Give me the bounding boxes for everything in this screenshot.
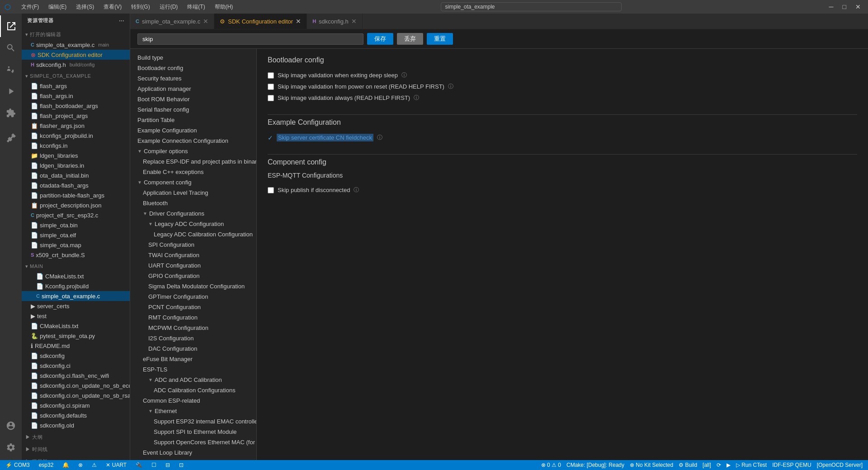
status-no-kit[interactable]: ⊗ No Kit Selected [628, 462, 675, 468]
sidebar-item-flasher-args[interactable]: 📋flasher_args.json [22, 121, 130, 131]
close-button[interactable]: ✕ [853, 2, 863, 11]
title-search-input[interactable] [441, 2, 622, 11]
menu-goto[interactable]: 转到(G) [127, 2, 153, 12]
status-all[interactable]: [all] [701, 462, 713, 468]
sidebar-item-flash-args[interactable]: 📄flash_args [22, 81, 130, 91]
sidebar-item-project-elf[interactable]: Cproject_elf_src_esp32.c [22, 210, 130, 220]
skip-always-label[interactable]: Skip image validation always (READ HELP … [278, 94, 410, 101]
menu-terminal[interactable]: 终端(T) [184, 2, 208, 12]
nav-enable-cpp[interactable]: Enable C++ exceptions [130, 167, 256, 177]
skip-deep-sleep-info-icon[interactable]: ⓘ [401, 71, 407, 79]
nav-emac[interactable]: Support ESP32 internal EMAC controller [130, 416, 256, 427]
nav-mcpwm[interactable]: MCPWM Configuration [130, 323, 256, 333]
status-idf-esp[interactable]: IDF-ESP QEMU [770, 462, 813, 468]
sidebar-item-x509[interactable]: Sx509_crt_bundle.S [22, 250, 130, 260]
discard-button[interactable]: 丢弃 [397, 33, 423, 45]
sidebar-item-sdkconfig-ci-rsa[interactable]: 📄sdkconfig.ci.on_update_no_sb_rsa [22, 390, 130, 400]
sdk-search-input[interactable] [137, 33, 363, 45]
maximize-button[interactable]: □ [840, 2, 849, 11]
skip-deep-sleep-checkbox[interactable] [268, 72, 274, 79]
nav-boot-rom[interactable]: Boot ROM Behavior [130, 94, 256, 104]
sidebar-item-ldgen-libraries[interactable]: 📁ldgen_libraries [22, 150, 130, 160]
nav-efuse[interactable]: eFuse Bit Manager [130, 354, 256, 364]
sidebar-item-sdkconfig-ci[interactable]: 📄sdkconfig.ci [22, 361, 130, 371]
sidebar-item-flash-project[interactable]: 📄flash_project_args [22, 111, 130, 121]
minimize-button[interactable]: ─ [826, 2, 836, 11]
activity-settings[interactable] [0, 437, 22, 458]
status-warning[interactable]: ⚠ [90, 460, 99, 470]
skip-deep-sleep-label[interactable]: Skip image validation when exiting deep … [278, 72, 398, 79]
skip-cn-label[interactable]: Skip server certificate CN fieldcheck [277, 134, 373, 141]
nav-legacy-adc[interactable]: ▼Legacy ADC Configuration [130, 219, 256, 229]
sidebar-item-cmakelists-root[interactable]: 📄CMakeLists.txt [22, 321, 130, 331]
tab-close-icon[interactable]: ✕ [203, 18, 208, 25]
sidebar-item-main-c[interactable]: Csimple_ota_example.c [22, 291, 130, 301]
nav-replace-paths[interactable]: Replace ESP-IDF and project paths in bin… [130, 156, 256, 167]
nav-spi-config[interactable]: SPI Configuration [130, 240, 256, 250]
menu-help[interactable]: 帮助(H) [211, 2, 237, 12]
nav-i2s[interactable]: I2S Configuration [130, 333, 256, 343]
status-cmake[interactable]: CMake: [Debug]: Ready [565, 462, 626, 468]
menu-file[interactable]: 文件(F) [18, 2, 42, 12]
nav-example-config[interactable]: Example Configuration [130, 125, 256, 136]
nav-common-esp[interactable]: Common ESP-related [130, 395, 256, 406]
nav-ethernet[interactable]: ▼Ethernet [130, 406, 256, 416]
status-esp32[interactable]: esp32 [37, 460, 56, 470]
nav-driver-configs[interactable]: ▼Driver Configurations [130, 208, 256, 219]
sidebar-item-sdkconfig-old[interactable]: 📄sdkconfig.old [22, 420, 130, 430]
status-box3[interactable]: ⊡ [177, 460, 185, 470]
nav-app-manager[interactable]: Application manager [130, 84, 256, 94]
status-box2[interactable]: ⊟ [164, 460, 172, 470]
sidebar-item-readme[interactable]: ℹREADME.md [22, 341, 130, 351]
reset-button[interactable]: 重置 [427, 33, 453, 45]
activity-accounts[interactable] [0, 415, 22, 437]
sidebar-item-test[interactable]: ▶test [22, 311, 130, 321]
status-build[interactable]: ⚙ Build [677, 462, 699, 468]
nav-adc-calib[interactable]: ▼ADC and ADC Calibration [130, 375, 256, 385]
nav-bluetooth[interactable]: Bluetooth [130, 198, 256, 208]
menu-view[interactable]: 查看(V) [100, 2, 125, 12]
sidebar-item-flash-bootloader[interactable]: 📄flash_bootloader_args [22, 101, 130, 111]
sidebar-item-sdkconfig-ci-ecdsa[interactable]: 📄sdkconfig.ci.on_update_no_sb_ecdsa [22, 381, 130, 390]
tab-sdk-config[interactable]: ⚙ SDK Configuration editor ✕ [214, 14, 307, 29]
nav-uart-config[interactable]: UART Configuration [130, 260, 256, 271]
sidebar-item-ota-data[interactable]: 📄ota_data_initial.bin [22, 170, 130, 180]
sidebar-item-ota-example-c[interactable]: C simple_ota_example.c main [22, 40, 130, 50]
activity-search[interactable] [0, 37, 22, 59]
activity-run[interactable] [0, 80, 22, 102]
nav-sigma-delta[interactable]: Sigma Delta Modulator Configuration [130, 281, 256, 291]
status-play[interactable]: ▶ [725, 462, 732, 468]
nav-serial-flasher[interactable]: Serial flasher config [130, 104, 256, 115]
status-error[interactable]: ⊗ [76, 460, 85, 470]
nav-app-tracing[interactable]: Application Level Tracing [130, 188, 256, 198]
save-button[interactable]: 保存 [367, 33, 393, 45]
tab-sdkconfig-h[interactable]: H sdkconfig.h ✕ [307, 14, 363, 29]
status-bell[interactable]: 🔔 [61, 460, 71, 470]
sidebar-item-sdkconfig-spiram[interactable]: 📄sdkconfig.ci.spiram [22, 400, 130, 410]
status-plug[interactable]: 🔌 [134, 460, 144, 470]
sidebar-item-flash-args-in[interactable]: 📄flash_args.in [22, 91, 130, 101]
sidebar-item-kconfigs-in[interactable]: 📄kconfigs.in [22, 141, 130, 150]
status-uart[interactable]: ✕ UART [104, 460, 128, 470]
sidebar-item-sdkconfig-h[interactable]: H sdkconfig.h build/config [22, 60, 130, 70]
sidebar-item-simple-ota-map[interactable]: 📄simple_ota.map [22, 240, 130, 250]
nav-rmt[interactable]: RMT Configuration [130, 312, 256, 323]
activity-extensions[interactable] [0, 102, 22, 124]
activity-remote[interactable] [0, 127, 22, 149]
sidebar-item-sdkconfig-defaults[interactable]: 📄sdkconfig.defaults [22, 410, 130, 420]
skip-always-info-icon[interactable]: ⓘ [414, 94, 419, 102]
sidebar-item-simple-ota-elf[interactable]: 📄simple_ota.elf [22, 230, 130, 240]
sidebar-item-pytest[interactable]: 🐍pytest_simple_ota.py [22, 331, 130, 341]
sidebar-item-simple-ota-bin[interactable]: 📄simple_ota.bin [22, 220, 130, 230]
nav-spi-eth[interactable]: Support SPI to Ethernet Module [130, 427, 256, 437]
tab-ota-example[interactable]: C simple_ota_example.c ✕ [130, 14, 214, 29]
skip-power-on-label[interactable]: Skip image validation from power on rese… [278, 83, 444, 90]
menu-run[interactable]: 运行(D) [156, 2, 182, 12]
sidebar-item-project-desc[interactable]: 📋project_description.json [22, 200, 130, 210]
sidebar-item-otadata-flash[interactable]: 📄otadata-flash_args [22, 180, 130, 190]
nav-component-config[interactable]: ▼Component config [130, 177, 256, 188]
nav-event-loop[interactable]: Event Loop Library [130, 447, 256, 458]
tab-close-sdk-icon[interactable]: ✕ [296, 18, 301, 25]
nav-example-conn[interactable]: Example Connection Configuration [130, 136, 256, 146]
sidebar-item-cmakelists-main[interactable]: 📄CMakeLists.txt [22, 271, 130, 281]
